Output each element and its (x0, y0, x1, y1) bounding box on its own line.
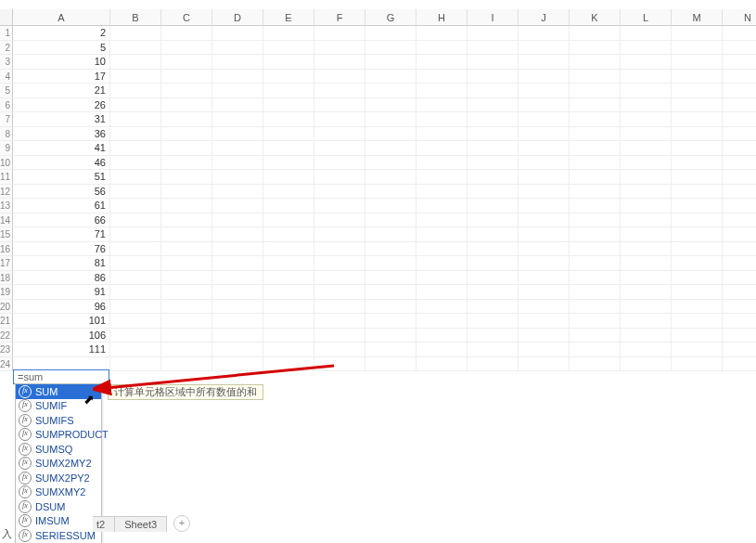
cell[interactable]: 2 (13, 26, 110, 41)
cell[interactable] (161, 141, 212, 156)
cell[interactable] (672, 170, 723, 185)
cell[interactable] (570, 227, 621, 242)
cell[interactable] (416, 127, 468, 142)
cell[interactable] (212, 343, 263, 357)
cell[interactable] (212, 285, 263, 300)
cell[interactable] (519, 256, 570, 271)
cell[interactable] (365, 185, 416, 200)
cell[interactable] (468, 112, 519, 127)
cell[interactable] (672, 343, 723, 357)
cell[interactable] (263, 256, 314, 271)
cell[interactable] (110, 213, 161, 228)
cell[interactable] (723, 300, 756, 315)
cell[interactable] (212, 185, 263, 200)
cell[interactable] (621, 227, 672, 242)
cell[interactable] (314, 84, 365, 98)
cell[interactable] (468, 98, 519, 113)
cell[interactable]: 36 (13, 127, 110, 142)
cell[interactable] (723, 185, 756, 200)
cell[interactable] (212, 55, 263, 70)
cell[interactable] (519, 199, 570, 213)
cell[interactable] (468, 199, 519, 213)
cell[interactable] (519, 70, 570, 84)
cell[interactable] (621, 242, 672, 257)
cell[interactable] (161, 314, 212, 329)
cell[interactable]: 26 (13, 98, 110, 113)
cell[interactable] (365, 227, 416, 242)
cell[interactable] (161, 41, 212, 56)
cell[interactable] (263, 343, 314, 357)
column-header-a[interactable]: A (13, 9, 110, 26)
cell[interactable] (621, 141, 672, 156)
cell[interactable] (621, 70, 672, 84)
cell[interactable] (110, 141, 161, 156)
cell[interactable] (314, 343, 365, 357)
cell[interactable] (672, 127, 723, 142)
column-header-b[interactable]: B (110, 9, 161, 26)
cell[interactable] (723, 156, 756, 171)
cell[interactable] (621, 41, 672, 56)
cell[interactable] (570, 70, 621, 84)
row-header[interactable]: 12 (0, 185, 13, 200)
cell[interactable]: 101 (13, 314, 110, 329)
cell[interactable] (519, 185, 570, 200)
cell[interactable] (314, 70, 365, 84)
sheet-tab-sheet3[interactable]: Sheet3 (114, 516, 167, 532)
column-header-l[interactable]: L (621, 9, 672, 26)
cell[interactable] (621, 285, 672, 300)
cell[interactable] (110, 170, 161, 185)
row-header[interactable]: 6 (0, 98, 13, 113)
column-header-g[interactable]: G (365, 9, 416, 26)
cell[interactable] (212, 357, 263, 372)
cell[interactable]: 81 (13, 256, 110, 271)
cell[interactable] (110, 329, 161, 343)
row-header[interactable]: 20 (0, 300, 13, 315)
cell[interactable]: 76 (13, 242, 110, 257)
cell[interactable] (723, 55, 756, 70)
cell[interactable] (161, 70, 212, 84)
cell[interactable] (672, 242, 723, 257)
cell[interactable] (161, 199, 212, 213)
cell[interactable] (672, 314, 723, 329)
cell[interactable] (570, 256, 621, 271)
cell[interactable] (416, 314, 468, 329)
cell[interactable] (110, 41, 161, 56)
cell[interactable] (314, 26, 365, 41)
cell[interactable] (212, 213, 263, 228)
cell[interactable] (519, 314, 570, 329)
cell[interactable] (263, 329, 314, 343)
cell[interactable] (468, 70, 519, 84)
cell[interactable] (365, 242, 416, 257)
cell[interactable] (519, 300, 570, 315)
cell[interactable] (263, 84, 314, 98)
cell[interactable] (519, 329, 570, 343)
cell[interactable] (110, 70, 161, 84)
cell[interactable] (110, 127, 161, 142)
cell[interactable] (570, 98, 621, 113)
cell[interactable] (519, 26, 570, 41)
cell[interactable] (314, 285, 365, 300)
cell[interactable]: 106 (13, 329, 110, 343)
cell[interactable] (263, 170, 314, 185)
cell[interactable] (416, 41, 468, 56)
cell[interactable] (161, 170, 212, 185)
cell[interactable] (161, 127, 212, 142)
cell[interactable] (723, 271, 756, 286)
cell[interactable] (161, 271, 212, 286)
cell[interactable] (110, 343, 161, 357)
cell[interactable] (161, 213, 212, 228)
row-header[interactable]: 13 (0, 199, 13, 213)
cell[interactable] (365, 84, 416, 98)
cell[interactable] (212, 271, 263, 286)
formula-autocomplete-dropdown[interactable]: fxSUMfxSUMIFfxSUMIFSfxSUMPRODUCTfxSUMSQf… (15, 383, 102, 543)
cell[interactable] (110, 314, 161, 329)
cell[interactable] (723, 314, 756, 329)
cell[interactable] (263, 26, 314, 41)
cell[interactable]: 51 (13, 170, 110, 185)
row-header[interactable]: 3 (0, 55, 13, 70)
cell[interactable] (263, 98, 314, 113)
select-all-corner[interactable] (0, 9, 13, 26)
add-sheet-button[interactable]: + (173, 515, 190, 532)
row-header[interactable]: 17 (0, 256, 13, 271)
cell[interactable] (468, 285, 519, 300)
